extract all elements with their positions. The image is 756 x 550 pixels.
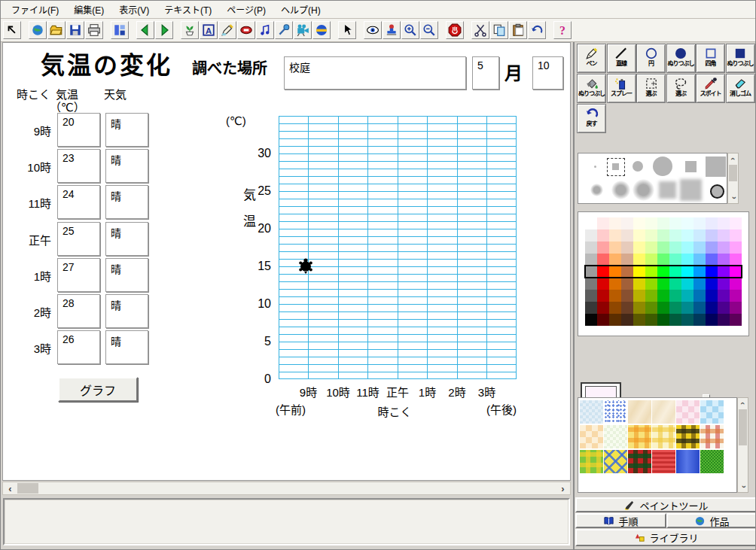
palette-color-gray[interactable] [585, 278, 597, 290]
texture-swatch[interactable] [652, 425, 675, 448]
palette-color-blue[interactable] [706, 229, 718, 242]
palette-color-magenta[interactable] [730, 290, 742, 302]
palette-color-yellow-green[interactable] [645, 229, 657, 242]
temp-input[interactable]: 25 [57, 222, 100, 256]
palette-color-yellow[interactable] [633, 278, 645, 290]
palette-color-orange[interactable] [609, 254, 621, 266]
palette-color-blue[interactable] [706, 314, 718, 326]
horizontal-scrollbar[interactable]: ‹ › [2, 482, 571, 495]
brush-scroll-down-icon[interactable]: ‹ [728, 193, 738, 203]
home-page-button[interactable] [29, 21, 47, 39]
weather-input[interactable]: 晴 [105, 330, 148, 364]
palette-color-yellow[interactable] [633, 254, 645, 266]
texture-swatch[interactable] [604, 400, 627, 424]
palette-color-magenta[interactable] [730, 242, 742, 254]
palette-color-yellow[interactable] [633, 229, 645, 242]
palette-color-purple[interactable] [718, 229, 730, 242]
temp-input[interactable]: 24 [57, 185, 100, 219]
texture-scroll-thumb[interactable] [739, 409, 747, 445]
temp-input[interactable]: 28 [57, 294, 100, 328]
web-button[interactable] [312, 21, 331, 39]
palette-color-orange[interactable] [609, 229, 621, 242]
palette-color-red[interactable] [597, 302, 609, 314]
palette-color-purple[interactable] [718, 242, 730, 254]
texture-swatch[interactable] [652, 400, 675, 424]
palette-color-orange[interactable] [609, 278, 621, 290]
tool-filled-rectangle[interactable]: ぬりつぶし [726, 44, 755, 73]
palette-color-brown[interactable] [621, 242, 633, 254]
palette-color-cyan[interactable] [681, 278, 694, 290]
weather-input[interactable]: 晴 [105, 149, 148, 183]
cut-button[interactable] [471, 21, 489, 39]
palette-color-teal[interactable] [669, 302, 681, 314]
palette-color-teal[interactable] [669, 229, 681, 242]
palette-color-green[interactable] [657, 290, 669, 302]
palette-color-azure[interactable] [694, 217, 706, 229]
palette-color-yellow-green[interactable] [645, 217, 657, 229]
palette-color-brown[interactable] [621, 217, 633, 229]
brush-scrollbar[interactable]: ‹ ‹ [727, 153, 739, 204]
tool-undo[interactable]: 戻す [577, 104, 606, 133]
palette-color-blue[interactable] [706, 217, 718, 229]
stamp-button[interactable] [383, 21, 401, 39]
palette-color-purple[interactable] [718, 217, 730, 229]
palette-color-magenta[interactable] [730, 302, 742, 314]
brush-shape[interactable] [612, 163, 619, 170]
palette-color-green[interactable] [657, 217, 669, 229]
paste-button[interactable] [509, 21, 527, 39]
texture-swatch[interactable] [700, 400, 724, 424]
palette-color-blue[interactable] [706, 242, 718, 254]
tab-steps[interactable]: 手順 [575, 513, 666, 528]
palette-color-brown[interactable] [621, 290, 633, 302]
palette-color-cyan[interactable] [681, 242, 694, 254]
palette-color-orange[interactable] [609, 217, 621, 229]
palette-color-red[interactable] [597, 278, 609, 290]
tool-line[interactable]: 直線 [607, 44, 636, 73]
tool-rectangle[interactable]: 四角 [696, 44, 725, 73]
tab-library[interactable]: ライブラリ [575, 529, 756, 546]
palette-color-gray[interactable] [585, 302, 597, 314]
palette-color-teal[interactable] [669, 217, 681, 229]
weather-input[interactable]: 晴 [105, 185, 148, 219]
menu-item-4[interactable]: テキスト(T) [157, 1, 219, 18]
palette-color-green[interactable] [657, 278, 669, 290]
palette-color-brown[interactable] [621, 314, 633, 326]
palette-color-purple[interactable] [718, 290, 730, 302]
palette-color-cyan[interactable] [681, 229, 694, 242]
palette-color-yellow-green[interactable] [645, 302, 657, 314]
texture-scroll-up-icon[interactable]: ‹ [738, 398, 748, 409]
palette-color-teal[interactable] [669, 314, 681, 326]
texture-swatch[interactable] [676, 425, 700, 448]
brush-scroll-up-icon[interactable]: ‹ [728, 153, 738, 164]
palette-color-blue[interactable] [706, 302, 718, 314]
texture-swatch[interactable] [628, 425, 651, 448]
media-button[interactable] [237, 21, 255, 39]
tool-pen[interactable]: ペン [577, 44, 606, 73]
plant-button[interactable] [181, 21, 199, 39]
brush-shape[interactable] [680, 179, 702, 201]
save-button[interactable] [66, 21, 84, 39]
palette-color-red[interactable] [597, 229, 609, 242]
tool-select-rect[interactable]: 選ぶ [636, 74, 666, 103]
tool-select-lasso[interactable]: 選ぶ [666, 74, 696, 103]
temp-input[interactable]: 27 [57, 258, 100, 292]
microphone-button[interactable] [275, 21, 293, 39]
palette-color-orange[interactable] [609, 242, 621, 254]
palette-color-green[interactable] [657, 302, 669, 314]
scrollbar-thumb[interactable] [17, 483, 38, 494]
palette-color-azure[interactable] [694, 242, 706, 254]
graph-button[interactable]: グラフ [58, 377, 138, 402]
texture-swatch[interactable] [700, 425, 724, 448]
palette-color-azure[interactable] [694, 290, 706, 302]
brush-shape[interactable] [633, 161, 643, 172]
palette-color-gray[interactable] [585, 254, 597, 266]
page-layout-button[interactable] [111, 21, 129, 39]
texture-scroll-down-icon[interactable]: ‹ [738, 482, 748, 492]
tab-works[interactable]: 作品 [666, 513, 756, 528]
tool-filled-circle[interactable]: ぬりつぶし [666, 44, 696, 73]
stop-button[interactable] [446, 21, 464, 39]
palette-color-cyan[interactable] [681, 290, 694, 302]
tool-eraser[interactable]: 消しゴム [726, 74, 755, 103]
print-button[interactable] [85, 21, 103, 39]
palette-color-cyan[interactable] [681, 254, 694, 266]
